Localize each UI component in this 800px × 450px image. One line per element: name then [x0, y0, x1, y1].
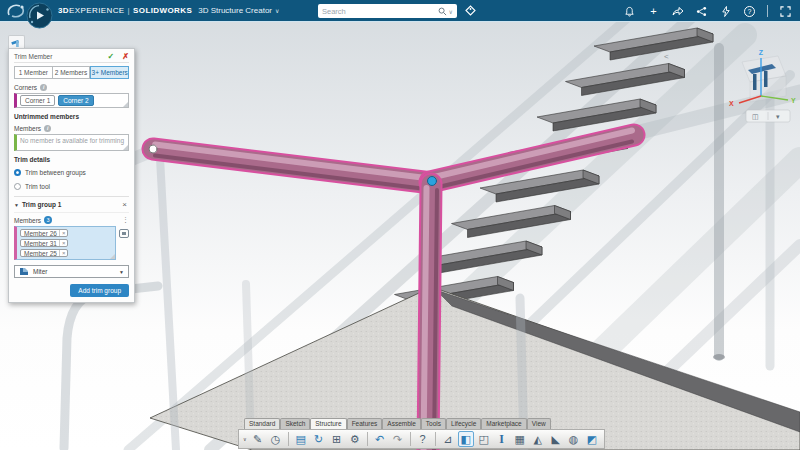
- expand-icon[interactable]: [779, 5, 792, 18]
- triad-y-label: Y: [791, 97, 796, 104]
- toolbar-divider: [367, 432, 368, 446]
- toolbar-divider: [435, 432, 436, 446]
- graph-selection-icon[interactable]: [119, 229, 129, 239]
- chip-corner-2[interactable]: Corner 2: [58, 95, 93, 106]
- group-members-row: Members 3 ⋮: [14, 216, 129, 224]
- corner-treatment-dropdown[interactable]: Miter ▼: [14, 265, 129, 278]
- chip-close-icon[interactable]: ×: [59, 240, 66, 246]
- tab-lifecycle[interactable]: Lifecycle: [446, 418, 481, 429]
- tab-structure[interactable]: Structure: [310, 418, 346, 429]
- tab-tools[interactable]: Tools: [421, 418, 446, 429]
- view-caret-icon[interactable]: ▾: [776, 113, 780, 120]
- tab-3plus-members[interactable]: 3+ Members: [90, 66, 129, 79]
- miter-icon: [19, 267, 29, 276]
- member-26[interactable]: [153, 145, 432, 190]
- view-mini-toolbar[interactable]: ◫ ▾: [746, 110, 790, 122]
- panel-icon[interactable]: ▦: [512, 431, 528, 447]
- add-icon[interactable]: +: [647, 5, 660, 18]
- resize-grip[interactable]: [123, 145, 128, 150]
- tab-1-member[interactable]: 1 Member: [14, 66, 53, 79]
- triad-x-label: X: [729, 100, 734, 107]
- untrimmed-members-label: Untrimmed members: [14, 113, 129, 120]
- group-collapse-icon[interactable]: ▼: [14, 202, 19, 208]
- action-bar-tabs: Standard Sketch Structure Features Assem…: [244, 418, 605, 429]
- group-menu-icon[interactable]: ⋮: [122, 216, 129, 224]
- add-trim-group-button[interactable]: Add trim group: [70, 284, 129, 297]
- undo-icon[interactable]: ↶: [372, 431, 388, 447]
- cancel-icon[interactable]: ✗: [122, 52, 129, 61]
- machining-icon[interactable]: ◭: [530, 431, 546, 447]
- help-icon[interactable]: ?: [415, 431, 431, 447]
- collapse-chevron[interactable]: <: [664, 52, 669, 61]
- chip-member-25[interactable]: Member 25×: [20, 249, 68, 257]
- chip-member-31[interactable]: Member 31×: [20, 239, 68, 247]
- extrude-member-icon[interactable]: ◧: [458, 431, 474, 447]
- search-icon[interactable]: [438, 7, 447, 16]
- member-25[interactable]: [424, 184, 438, 450]
- tab-sketch[interactable]: Sketch: [280, 418, 310, 429]
- tab-features[interactable]: Features: [347, 418, 383, 429]
- tag-icon[interactable]: [464, 4, 477, 17]
- application-window: < Z X Y ◫ ▾: [0, 0, 800, 450]
- tab-assemble[interactable]: Assemble: [382, 418, 421, 429]
- group-close-icon[interactable]: ×: [122, 200, 127, 209]
- tab-2-members[interactable]: 2 Members: [53, 66, 91, 79]
- history-icon[interactable]: ◷: [268, 431, 284, 447]
- tab-marketplace[interactable]: Marketplace: [481, 418, 526, 429]
- panel-title: Trim Member: [14, 53, 108, 60]
- app-logo[interactable]: [26, 2, 53, 29]
- tab-standard[interactable]: Standard: [244, 418, 280, 429]
- untrimmed-members-field[interactable]: No member is available for trimming: [14, 134, 129, 151]
- chevron-down-icon: ∨: [275, 8, 279, 14]
- chip-close-icon[interactable]: ×: [59, 250, 66, 256]
- export-icon[interactable]: ⊞: [329, 431, 345, 447]
- radio-trim-between-groups[interactable]: Trim between groups: [14, 168, 129, 177]
- search-bar[interactable]: ∨: [318, 4, 457, 18]
- chip-close-icon[interactable]: ×: [59, 230, 66, 236]
- new-design-icon[interactable]: ✎: [250, 431, 266, 447]
- chamfer-icon[interactable]: ◣: [548, 431, 564, 447]
- action-bar-icons: ∨ ✎ ◷ ▤ ↻ ⊞ ⚙ ↶ ↷ ? ⊿ ◧ ◰ I ▦ ◭ ◣ ◍ ◩: [238, 429, 605, 449]
- chip-corner-1[interactable]: Corner 1: [20, 95, 55, 106]
- sync-icon[interactable]: ↻: [311, 431, 327, 447]
- trim-member-icon[interactable]: ◩: [584, 431, 600, 447]
- structure-beam-icon[interactable]: I: [494, 431, 510, 447]
- radio-selected-icon: [14, 169, 21, 176]
- save-icon[interactable]: ▤: [293, 431, 309, 447]
- member-count-tabs: 1 Member 2 Members 3+ Members: [14, 66, 129, 79]
- convert-solid-icon[interactable]: ◰: [476, 431, 492, 447]
- corner-vertex-dot[interactable]: [428, 177, 437, 186]
- share-icon[interactable]: [671, 5, 684, 18]
- view-options-icon[interactable]: ◫: [752, 113, 759, 120]
- flash-icon[interactable]: [719, 5, 732, 18]
- chip-member-26[interactable]: Member 26×: [20, 229, 68, 237]
- sketch-icon[interactable]: ⊿: [440, 431, 456, 447]
- collapse-toolbar-icon[interactable]: ∨: [243, 436, 247, 442]
- corners-field[interactable]: Corner 1 Corner 2: [14, 93, 129, 108]
- redo-icon[interactable]: ↷: [390, 431, 406, 447]
- radio-trim-tool[interactable]: Trim tool: [14, 182, 129, 191]
- notification-bell-icon[interactable]: [623, 5, 636, 18]
- toolbar-divider: [288, 432, 289, 446]
- group-members-field[interactable]: Member 26× Member 31× Member 25×: [14, 226, 116, 260]
- resize-grip[interactable]: [123, 102, 128, 107]
- settings-gear-icon[interactable]: ⚙: [347, 431, 363, 447]
- panel-tool-tab[interactable]: [8, 35, 25, 48]
- help-icon[interactable]: ?: [743, 5, 756, 18]
- app-switcher[interactable]: 3D Structure Creator∨: [198, 6, 279, 15]
- primitive-icon[interactable]: ◍: [566, 431, 582, 447]
- top-bar: 3DEXPERIENCE|SOLIDWORKS 3D Structure Cre…: [0, 0, 800, 22]
- confirm-icon[interactable]: ✓: [108, 52, 115, 61]
- group-members-label: Members: [14, 217, 41, 224]
- endpoint-dot[interactable]: [149, 145, 157, 153]
- toolbar-divider: [410, 432, 411, 446]
- member-count-badge: 3: [44, 216, 52, 224]
- search-input[interactable]: [322, 7, 438, 16]
- members-label: Members: [14, 125, 41, 132]
- resize-grip[interactable]: [110, 254, 115, 259]
- search-caret-icon[interactable]: ∨: [449, 8, 453, 15]
- members-placeholder: No member is available for trimming: [20, 137, 124, 144]
- collaborate-icon[interactable]: [695, 5, 708, 18]
- 3ds-compass-logo[interactable]: [6, 3, 26, 19]
- tab-view[interactable]: View: [527, 418, 551, 429]
